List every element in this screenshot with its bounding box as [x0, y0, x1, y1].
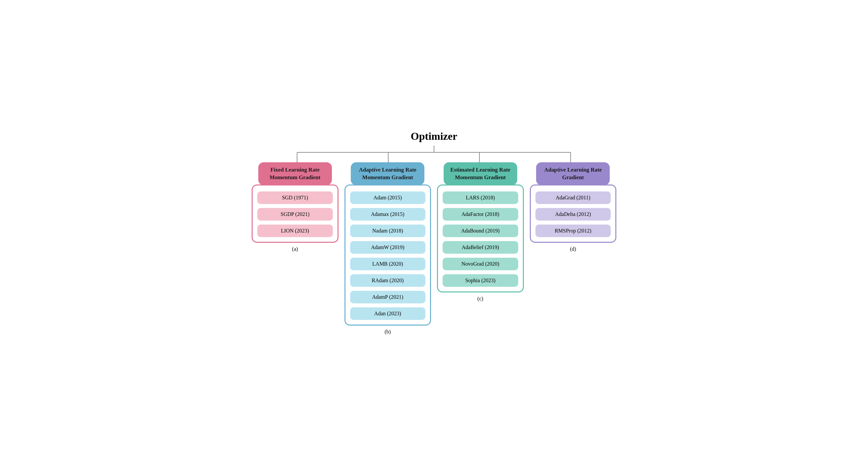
caption-d: (d) — [570, 246, 576, 252]
item-b-2: Nadam (2018) — [350, 225, 426, 237]
item-c-3: AdaBelief (2019) — [443, 241, 518, 254]
item-b-5: RAdam (2020) — [350, 274, 426, 287]
item-c-0: LARS (2018) — [443, 192, 518, 204]
item-c-1: AdaFactor (2018) — [443, 208, 518, 221]
item-a-0: SGD (1971) — [257, 192, 333, 204]
cat-header-d: Adaptive Learning Rate Gradient — [536, 162, 610, 185]
item-c-2: AdaBound (2019) — [443, 225, 518, 237]
caption-b: (b) — [384, 329, 391, 335]
item-d-2: RMSProp (2012) — [535, 225, 611, 237]
outer-box-b: Adam (2015)Adamax (2015)Nadam (2018)Adam… — [344, 185, 431, 326]
column-d: Adaptive Learning Rate GradientAdaGrad (… — [530, 162, 617, 252]
item-c-4: NovoGrad (2020) — [443, 258, 518, 270]
item-a-1: SGDP (2021) — [257, 208, 333, 221]
outer-box-a: SGD (1971)SGDP (2021)LION (2023) — [252, 185, 339, 243]
cat-header-c: Estimated Learning Rate Momentum Gradien… — [444, 162, 517, 185]
cat-header-b: Adaptive Learning Rate Momentum Gradient — [351, 162, 424, 185]
tree-lines — [252, 146, 616, 162]
diagram-wrapper: Optimizer Fixed Learning Rate Momentum G… — [252, 130, 616, 335]
columns-row: Fixed Learning Rate Momentum GradientSGD… — [252, 162, 616, 335]
item-b-3: AdamW (2019) — [350, 241, 426, 254]
column-c: Estimated Learning Rate Momentum Gradien… — [437, 162, 524, 302]
cat-header-a: Fixed Learning Rate Momentum Gradient — [258, 162, 332, 185]
outer-box-c: LARS (2018)AdaFactor (2018)AdaBound (201… — [437, 185, 524, 293]
outer-box-d: AdaGrad (2011)AdaDelta (2012)RMSProp (20… — [530, 185, 617, 243]
item-d-0: AdaGrad (2011) — [535, 192, 611, 204]
item-b-6: AdamP (2021) — [350, 291, 426, 303]
item-a-2: LION (2023) — [257, 225, 333, 237]
caption-c: (c) — [477, 296, 484, 302]
main-title: Optimizer — [252, 130, 616, 142]
item-c-5: Sophia (2023) — [443, 274, 518, 287]
column-a: Fixed Learning Rate Momentum GradientSGD… — [252, 162, 339, 252]
item-b-4: LAMB (2020) — [350, 258, 426, 270]
item-b-0: Adam (2015) — [350, 192, 426, 204]
item-b-1: Adamax (2015) — [350, 208, 426, 221]
item-b-7: Adan (2023) — [350, 307, 426, 320]
caption-a: (a) — [292, 246, 298, 252]
column-b: Adaptive Learning Rate Momentum Gradient… — [344, 162, 431, 335]
item-d-1: AdaDelta (2012) — [535, 208, 611, 221]
